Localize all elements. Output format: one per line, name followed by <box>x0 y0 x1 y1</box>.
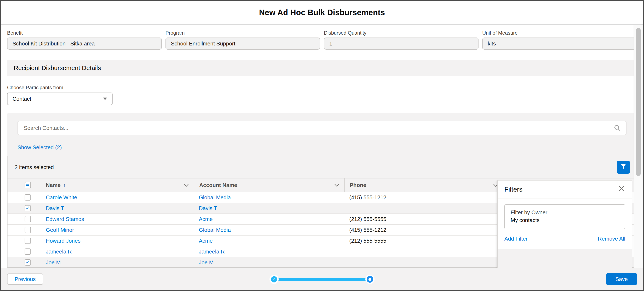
benefit-value: School Kit Distribution - Sitka area <box>7 38 162 50</box>
header-checkbox-cell: ✓ <box>8 178 41 192</box>
column-header-name[interactable]: Name ↑ <box>41 178 194 192</box>
name-cell: Davis T <box>41 205 194 212</box>
name-cell: Edward Stamos <box>41 216 194 222</box>
check-icon: ✓ <box>26 206 30 210</box>
account-name-cell: Davis T <box>194 205 344 212</box>
filters-panel-footer-area <box>498 249 632 269</box>
caret-down-icon <box>103 98 107 100</box>
new-ad-hoc-bulk-disbursements-modal: New Ad Hoc Bulk Disbursements Benefit Sc… <box>0 0 644 291</box>
column-label-name: Name <box>46 182 61 188</box>
account-name-cell: Acme <box>194 238 344 244</box>
row-checkbox-cell: ✓ <box>8 205 41 211</box>
name-cell: Jameela R <box>41 248 194 255</box>
step-completed-check-icon: ✓ <box>271 276 277 282</box>
name-cell: Howard Jones <box>41 238 194 244</box>
page-title: New Ad Hoc Bulk Disbursements <box>259 8 385 17</box>
program-value: School Enrollment Support <box>166 38 320 50</box>
row-checkbox-cell: ✓ <box>8 194 41 200</box>
name-cell: Joe M <box>41 259 194 266</box>
filter-by-owner-item[interactable]: Filter by Owner My contacts <box>504 204 625 229</box>
contact-name-link[interactable]: Joe M <box>46 259 61 266</box>
choose-participants-group: Choose Participants from Contact <box>7 85 637 105</box>
show-selected-link[interactable]: Show Selected (2) <box>18 144 62 151</box>
progress-step-2-current <box>365 275 374 284</box>
check-icon: ✓ <box>26 260 30 265</box>
search-icon <box>614 125 621 133</box>
scrollbar-thumb[interactable] <box>636 28 641 176</box>
row-checkbox-cell: ✓ <box>8 238 41 244</box>
contact-name-link[interactable]: Howard Jones <box>46 238 80 244</box>
modal-header: New Ad Hoc Bulk Disbursements <box>1 1 643 24</box>
filters-panel-header: Filters <box>498 180 632 198</box>
contact-name-link[interactable]: Jameela R <box>46 248 72 255</box>
contact-name-link[interactable]: Edward Stamos <box>46 216 84 222</box>
row-checkbox[interactable]: ✓ <box>24 248 31 255</box>
disbursed-quantity-field: Disbursed Quantity 1 <box>324 30 478 50</box>
add-filter-link[interactable]: Add Filter <box>504 236 528 242</box>
contact-name-link[interactable]: Geoff Minor <box>46 227 74 233</box>
funnel-icon <box>620 164 626 171</box>
close-icon <box>618 186 624 193</box>
vertical-scrollbar[interactable] <box>634 24 643 268</box>
summary-fields-row: Benefit School Kit Distribution - Sitka … <box>1 24 643 50</box>
row-checkbox[interactable]: ✓ <box>24 227 31 233</box>
sort-ascending-icon: ↑ <box>63 182 66 188</box>
row-checkbox[interactable]: ✓ <box>24 238 31 244</box>
row-checkbox-cell: ✓ <box>8 248 41 255</box>
contact-name-link[interactable]: Carole White <box>46 194 77 200</box>
benefit-label: Benefit <box>7 30 162 36</box>
remove-all-link[interactable]: Remove All <box>598 236 626 242</box>
name-cell: Carole White <box>41 194 194 201</box>
column-header-account-name[interactable]: Account Name <box>194 178 344 192</box>
account-name-cell: Global Media <box>194 194 344 201</box>
unit-of-measure-label: Unit of Measure <box>482 30 637 36</box>
benefit-field: Benefit School Kit Distribution - Sitka … <box>7 30 162 50</box>
recipient-details-section-header: Recipient Disbursement Details <box>7 60 637 76</box>
table-toolbar: 2 items selected <box>8 156 636 178</box>
filter-item-value: My contacts <box>510 217 619 224</box>
step-current-ring-icon <box>366 276 373 283</box>
close-filters-button[interactable] <box>618 185 625 194</box>
progress-step-1-completed: ✓ <box>270 275 279 284</box>
progress-indicator: ✓ <box>270 275 374 284</box>
select-all-checkbox[interactable]: ✓ <box>24 182 31 188</box>
search-input[interactable] <box>18 121 626 135</box>
account-name-cell: Acme <box>194 216 344 222</box>
indeterminate-dash-icon <box>26 184 30 186</box>
chevron-down-icon[interactable] <box>184 182 189 188</box>
filter-button[interactable] <box>617 161 630 174</box>
account-name-cell: Joe M <box>194 259 344 266</box>
row-checkbox[interactable]: ✓ <box>24 205 31 211</box>
row-checkbox[interactable]: ✓ <box>24 194 31 200</box>
chevron-down-icon[interactable] <box>334 182 339 188</box>
program-label: Program <box>166 30 320 36</box>
filters-title: Filters <box>504 186 522 193</box>
account-name-link[interactable]: Joe M <box>199 259 214 266</box>
account-name-cell: Jameela R <box>194 248 344 255</box>
row-checkbox[interactable]: ✓ <box>24 216 31 222</box>
account-name-link[interactable]: Acme <box>199 216 212 222</box>
account-name-link[interactable]: Acme <box>199 238 212 244</box>
disbursed-quantity-value: 1 <box>324 38 478 50</box>
contact-name-link[interactable]: Davis T <box>46 205 64 211</box>
filter-item-label: Filter by Owner <box>510 209 619 216</box>
disbursed-quantity-label: Disbursed Quantity <box>324 30 478 36</box>
participants-source-select[interactable]: Contact <box>7 92 112 105</box>
filters-panel: Filters Filter by Owner My contacts Add … <box>497 180 632 269</box>
modal-footer: Previous ✓ Save <box>1 268 643 290</box>
column-label-phone: Phone <box>350 182 366 188</box>
save-button[interactable]: Save <box>606 273 637 285</box>
row-checkbox-cell: ✓ <box>8 259 41 266</box>
account-name-link[interactable]: Global Media <box>199 227 231 233</box>
name-cell: Geoff Minor <box>41 227 194 233</box>
account-name-link[interactable]: Global Media <box>199 194 231 200</box>
choose-participants-label: Choose Participants from <box>7 85 637 90</box>
items-selected-count: 2 items selected <box>14 164 54 170</box>
previous-button[interactable]: Previous <box>7 274 43 285</box>
row-checkbox[interactable]: ✓ <box>24 259 31 266</box>
column-label-account-name: Account Name <box>199 182 237 188</box>
program-field: Program School Enrollment Support <box>166 30 320 50</box>
account-name-link[interactable]: Jameela R <box>199 248 225 255</box>
account-name-link[interactable]: Davis T <box>199 205 217 211</box>
progress-line <box>274 278 370 281</box>
